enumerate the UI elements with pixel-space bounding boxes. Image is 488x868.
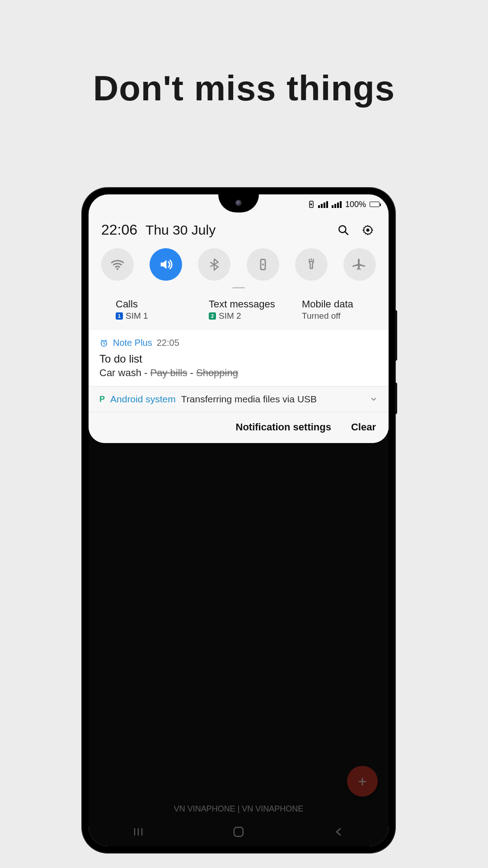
carrier-label: VN VINAPHONE | VN VINAPHONE (89, 804, 389, 814)
rotation-icon (256, 258, 270, 271)
svg-point-7 (262, 264, 264, 265)
sim-calls[interactable]: Calls 1SIM 1 (101, 298, 190, 321)
system-notification[interactable]: P Android system Transferring media file… (89, 386, 389, 412)
notification-title: To do list (89, 351, 389, 365)
sim2-badge-icon: 2 (209, 312, 216, 320)
search-icon[interactable] (335, 222, 352, 238)
phone-frame: My love <3 <3 <37:45 pm MOD Pizza07/30/2… (82, 188, 395, 853)
sim-data-label: Mobile data (302, 298, 376, 310)
home-icon[interactable] (233, 826, 244, 838)
qs-wifi-toggle[interactable] (101, 248, 134, 281)
phone-screen: My love <3 <3 <37:45 pm MOD Pizza07/30/2… (89, 194, 389, 846)
signal-icon (318, 201, 328, 208)
notification-card[interactable]: Note Plus 22:05 To do list Car wash - Pa… (89, 329, 389, 386)
notification-panel[interactable]: 22:06 Thu 30 July Calls 1SIM 1 (89, 194, 389, 443)
sound-icon (158, 257, 174, 272)
svg-point-5 (117, 268, 119, 270)
chevron-down-icon[interactable] (370, 395, 378, 403)
qs-airplane-toggle[interactable] (343, 248, 376, 281)
sim-texts[interactable]: Text messages 2SIM 2 (194, 298, 283, 321)
qs-rotation-toggle[interactable] (247, 248, 279, 281)
system-notif-app: Android system (110, 394, 176, 405)
wifi-icon (110, 257, 125, 272)
panel-drag-handle[interactable] (232, 287, 245, 288)
notification-settings-button[interactable]: Notification settings (236, 421, 331, 433)
sim-data[interactable]: Mobile data Turned off (287, 298, 376, 321)
notification-body: Car wash - Pay bills - Shopping (89, 365, 389, 386)
add-note-fab[interactable]: + (347, 766, 378, 797)
sim-texts-label: Text messages (209, 298, 283, 310)
panel-time: 22:06 (101, 222, 137, 238)
notification-time: 22:05 (157, 338, 179, 348)
system-notif-text: Transferring media files via USB (181, 394, 317, 405)
page-headline: Don't miss things (0, 68, 488, 109)
sim-data-value: Turned off (302, 311, 341, 321)
sim-calls-value: SIM 1 (126, 311, 148, 321)
gear-icon[interactable] (360, 222, 376, 238)
sim1-badge-icon: 1 (116, 312, 123, 320)
back-icon[interactable] (333, 826, 344, 837)
signal-icon (332, 201, 342, 208)
battery-percent: 100% (345, 200, 366, 209)
battery-saver-icon (308, 200, 314, 208)
notification-app-name: Note Plus (113, 338, 152, 348)
battery-icon (370, 202, 380, 207)
sim-texts-value: SIM 2 (219, 311, 241, 321)
airplane-icon (352, 257, 367, 272)
clear-button[interactable]: Clear (351, 421, 376, 433)
android-p-icon: P (99, 395, 105, 404)
panel-date: Thu 30 July (145, 222, 216, 238)
svg-point-4 (366, 228, 370, 231)
flashlight-icon (305, 258, 318, 271)
android-navbar[interactable] (89, 817, 389, 846)
svg-rect-1 (234, 827, 243, 836)
qs-flashlight-toggle[interactable] (295, 248, 328, 281)
recents-icon[interactable] (133, 826, 144, 837)
qs-sound-toggle[interactable] (150, 248, 182, 281)
qs-bluetooth-toggle[interactable] (198, 248, 230, 281)
bluetooth-icon (207, 258, 221, 271)
alarm-clock-icon (99, 339, 108, 348)
sim-calls-label: Calls (116, 298, 190, 310)
